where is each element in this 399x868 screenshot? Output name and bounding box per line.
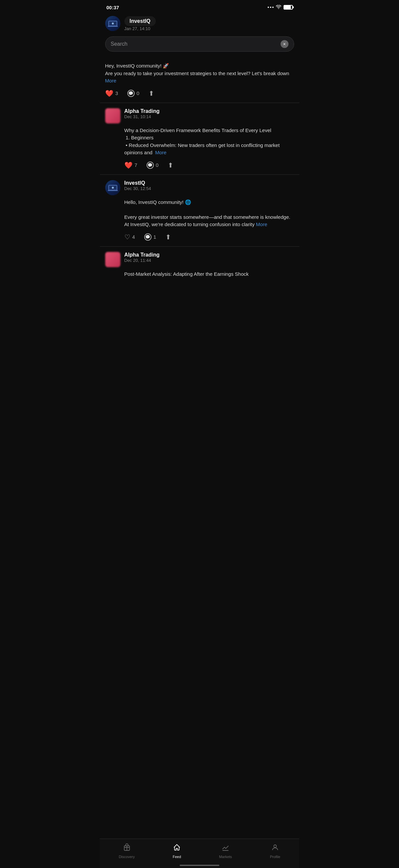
header: InvestIQ Jan 27, 14:10 xyxy=(100,14,299,34)
search-input[interactable] xyxy=(111,41,278,47)
share-icon: ⬆ xyxy=(148,89,154,97)
post-avatar xyxy=(105,180,121,195)
post-content: Why a Decision-Driven Framework Benefits… xyxy=(105,127,294,157)
post-avatar xyxy=(105,108,121,123)
svg-point-3 xyxy=(112,23,114,25)
post-item: Alpha Trading Dec 31, 10:14 Why a Decisi… xyxy=(100,103,299,175)
comment-button[interactable]: 💬 0 xyxy=(127,90,139,97)
svg-rect-6 xyxy=(108,190,118,191)
heart-icon: ❤️ xyxy=(124,161,133,169)
post-meta: Alpha Trading Dec 31, 10:14 xyxy=(124,108,294,119)
post-avatar xyxy=(105,252,121,267)
comment-button[interactable]: 💬 0 xyxy=(146,161,159,169)
post-author: Alpha Trading xyxy=(124,252,294,258)
post-more-link[interactable]: More xyxy=(256,221,267,227)
post-content: Hey, InvestIQ community! 🚀 Are you ready… xyxy=(105,62,294,85)
post-more-link[interactable]: More xyxy=(105,78,117,84)
post-date: Dec 30, 12:54 xyxy=(124,186,294,191)
svg-rect-2 xyxy=(108,26,118,27)
post-meta: Alpha Trading Dec 20, 11:44 xyxy=(124,252,294,263)
like-count: 4 xyxy=(132,234,135,240)
post-date: Dec 20, 11:44 xyxy=(124,258,294,263)
post-item: InvestIQ Dec 30, 12:54 Hello, InvestIQ c… xyxy=(100,175,299,246)
wifi-icon xyxy=(275,5,281,9)
post-item: Hey, InvestIQ community! 🚀 Are you ready… xyxy=(100,57,299,103)
like-count: 3 xyxy=(115,90,118,96)
post-meta: InvestIQ Dec 30, 12:54 xyxy=(124,180,294,191)
post-author: InvestIQ xyxy=(124,180,294,186)
comment-icon: 💬 xyxy=(146,161,154,169)
share-button[interactable]: ⬆ xyxy=(148,89,154,97)
post-content: Post-Market Analysis: Adapting After the… xyxy=(105,271,294,278)
search-bar[interactable]: × xyxy=(105,36,294,52)
post-content: Hello, InvestIQ community! 🌐 Every great… xyxy=(105,198,294,228)
heart-icon: ❤️ xyxy=(105,89,113,97)
signal-icon xyxy=(268,7,274,8)
like-button[interactable]: ♡ 4 xyxy=(124,233,135,241)
post-item: Alpha Trading Dec 20, 11:44 Post-Market … xyxy=(100,247,299,309)
post-author: Alpha Trading xyxy=(124,108,294,114)
like-button[interactable]: ❤️ 3 xyxy=(105,89,118,97)
share-button[interactable]: ⬆ xyxy=(165,233,171,241)
comment-count: 0 xyxy=(137,90,139,96)
status-bar: 00:37 xyxy=(100,0,299,14)
comment-count: 1 xyxy=(154,234,156,240)
post-actions: ♡ 4 💬 1 ⬆ xyxy=(105,233,294,241)
header-title-block: InvestIQ Jan 27, 14:10 xyxy=(124,16,294,31)
share-icon: ⬆ xyxy=(168,161,173,169)
battery-icon xyxy=(284,5,293,9)
post-header: Alpha Trading Dec 20, 11:44 xyxy=(105,252,294,267)
header-date: Jan 27, 14:10 xyxy=(124,26,294,31)
comment-icon: 💬 xyxy=(127,90,135,97)
search-container: × xyxy=(100,34,299,57)
like-count: 7 xyxy=(135,162,137,168)
header-account: InvestIQ xyxy=(124,16,156,26)
share-icon: ⬆ xyxy=(165,233,171,241)
heart-icon: ♡ xyxy=(124,233,130,241)
header-avatar xyxy=(105,16,121,31)
like-button[interactable]: ❤️ 7 xyxy=(124,161,137,169)
status-left: 00:37 xyxy=(106,5,119,10)
comment-button[interactable]: 💬 1 xyxy=(144,234,156,241)
post-more-link[interactable]: More xyxy=(155,150,166,155)
comment-count: 0 xyxy=(156,162,159,168)
share-button[interactable]: ⬆ xyxy=(168,161,173,169)
post-date: Dec 31, 10:14 xyxy=(124,114,294,119)
post-actions: ❤️ 7 💬 0 ⬆ xyxy=(105,161,294,169)
post-header: InvestIQ Dec 30, 12:54 xyxy=(105,180,294,195)
status-right xyxy=(268,5,293,9)
header-account-name: InvestIQ xyxy=(130,18,151,24)
post-actions: ❤️ 3 💬 0 ⬆ xyxy=(105,89,294,97)
svg-point-7 xyxy=(112,187,114,189)
search-clear-button[interactable]: × xyxy=(280,40,289,48)
status-time: 00:37 xyxy=(106,5,119,10)
comment-icon: 💬 xyxy=(144,234,152,241)
post-header: Alpha Trading Dec 31, 10:14 xyxy=(105,108,294,123)
